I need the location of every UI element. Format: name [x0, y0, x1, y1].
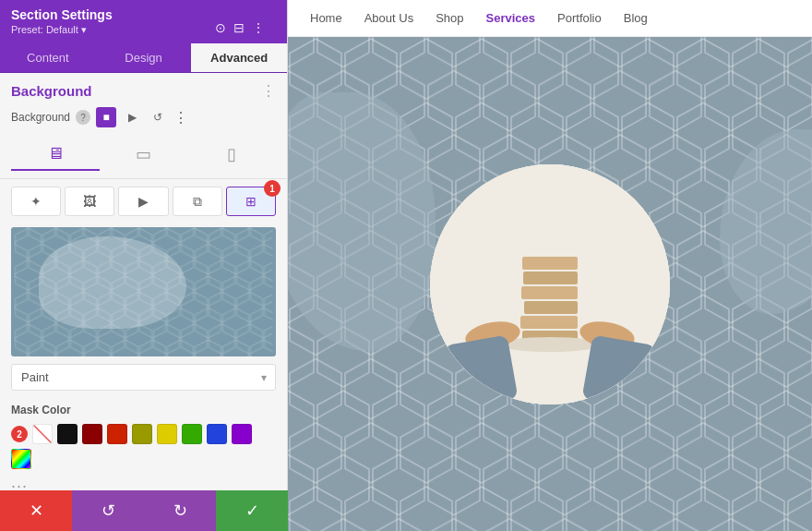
blocks-visual	[430, 164, 670, 404]
bg-reset-icon[interactable]: ↺	[148, 107, 168, 127]
tabs-bar: Content Design Advanced	[0, 43, 287, 73]
swatch-darkred[interactable]	[82, 424, 102, 444]
svg-rect-14	[523, 272, 578, 284]
badge-2: 2	[11, 426, 28, 442]
bg-type-pattern[interactable]: ⊞ 1	[226, 187, 276, 216]
bg-type-image[interactable]: 🖼	[65, 187, 114, 216]
swatch-transparent[interactable]	[32, 424, 53, 444]
panel-icon-columns[interactable]: ⊟	[233, 20, 245, 35]
confirm-button[interactable]: ✓	[216, 490, 288, 531]
preview-hex-svg	[11, 227, 276, 356]
help-icon[interactable]: ?	[76, 110, 90, 125]
section-title: Background	[11, 83, 92, 99]
bg-more-icon[interactable]: ⋮	[173, 109, 188, 127]
panel-header-icons: ⊙ ⊟ ⋮	[215, 20, 265, 35]
mask-color-label: Mask Color	[0, 398, 287, 420]
paint-select[interactable]: Paint	[11, 364, 276, 391]
bg-cursor-icon[interactable]: ▶	[122, 107, 142, 127]
background-label: Background	[11, 111, 70, 124]
device-mobile[interactable]: ▯	[187, 139, 276, 171]
svg-rect-15	[522, 257, 578, 270]
circle-image	[430, 164, 670, 404]
nav-portfolio[interactable]: Portfolio	[557, 11, 602, 25]
site-content	[288, 37, 812, 531]
nav-about[interactable]: About Us	[364, 11, 413, 25]
background-row: Background ? ■ ▶ ↺ ⋮	[0, 103, 287, 135]
left-panel: Section Settings Preset: Default ▾ ⊙ ⊟ ⋮…	[0, 0, 288, 531]
tab-advanced[interactable]: Advanced	[191, 43, 287, 72]
svg-rect-11	[520, 316, 578, 329]
swatch-green[interactable]	[182, 424, 202, 444]
badge-1: 1	[264, 180, 281, 197]
bg-type-row: ✦ 🖼 ▶ ⧉ ⊞ 1	[0, 179, 287, 223]
paint-select-wrap: Paint ▾	[11, 364, 276, 391]
swatch-blue[interactable]	[207, 424, 227, 444]
device-tablet[interactable]: ▭	[100, 139, 188, 171]
swatch-olive[interactable]	[132, 424, 152, 444]
section-header: Background ⋮	[0, 73, 287, 103]
device-row: 🖥 ▭ ▯	[0, 135, 287, 179]
svg-rect-12	[524, 301, 578, 314]
svg-rect-19	[443, 334, 518, 404]
swatch-yellow[interactable]	[157, 424, 177, 444]
right-panel: Home About Us Shop Services Portfolio Bl…	[288, 0, 812, 531]
swatch-purple[interactable]	[232, 424, 252, 444]
device-desktop[interactable]: 🖥	[11, 139, 100, 171]
panel-preset[interactable]: Preset: Default ▾	[11, 24, 113, 36]
tab-content[interactable]: Content	[0, 43, 96, 72]
swatch-custom[interactable]	[11, 449, 31, 469]
section-menu-icon[interactable]: ⋮	[261, 82, 276, 100]
svg-rect-20	[581, 334, 656, 404]
bg-type-video[interactable]: ▶	[118, 187, 168, 216]
panel-icon-more[interactable]: ⋮	[252, 20, 265, 35]
panel-header: Section Settings Preset: Default ▾ ⊙ ⊟ ⋮	[0, 0, 287, 43]
swatch-black[interactable]	[57, 424, 78, 444]
undo-button[interactable]: ↺	[72, 490, 144, 531]
nav-home[interactable]: Home	[310, 11, 342, 25]
tab-design[interactable]: Design	[96, 43, 192, 72]
swatch-red[interactable]	[107, 424, 127, 444]
bg-type-slideshow[interactable]: ⧉	[173, 187, 222, 216]
panel-icon-settings[interactable]: ⊙	[215, 20, 226, 35]
color-swatches: 2	[0, 420, 287, 475]
panel-body: Background ⋮ Background ? ■ ▶ ↺ ⋮ 🖥 ▭ ▯ …	[0, 73, 287, 531]
bg-active-icon[interactable]: ■	[96, 107, 116, 127]
panel-title: Section Settings	[11, 7, 113, 22]
nav-blog[interactable]: Blog	[624, 11, 648, 25]
redo-button[interactable]: ↻	[144, 490, 216, 531]
action-bar: ✕ ↺ ↻ ✓	[0, 490, 288, 531]
blocks-svg	[430, 164, 670, 404]
svg-rect-3	[15, 227, 273, 356]
preview-area	[11, 227, 276, 356]
site-nav: Home About Us Shop Services Portfolio Bl…	[288, 0, 812, 37]
bg-type-color[interactable]: ✦	[11, 187, 61, 216]
svg-rect-13	[521, 286, 578, 299]
nav-shop[interactable]: Shop	[436, 11, 463, 25]
nav-services[interactable]: Services	[486, 11, 536, 25]
cancel-button[interactable]: ✕	[0, 490, 72, 531]
svg-line-4	[33, 425, 53, 444]
